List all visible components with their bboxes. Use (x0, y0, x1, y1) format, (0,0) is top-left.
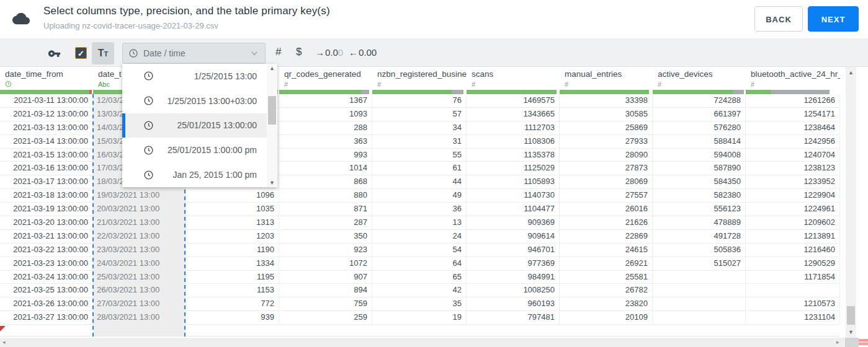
table-cell[interactable]: 759 (279, 297, 372, 310)
table-cell[interactable]: 21626 (560, 216, 653, 229)
table-cell[interactable]: 26/03/2021 13:00 (93, 284, 186, 297)
table-cell[interactable]: 25581 (560, 271, 653, 284)
table-cell[interactable]: 1290529 (746, 257, 840, 270)
table-cell[interactable]: 946701 (467, 244, 560, 257)
table-cell[interactable]: 1209602 (746, 216, 840, 229)
dropdown-scroll-up-icon[interactable]: ▲ (267, 65, 277, 71)
table-cell[interactable]: 36 (372, 203, 467, 216)
table-cell[interactable]: 1072 (279, 257, 372, 270)
scroll-down-icon[interactable]: ▼ (846, 329, 856, 335)
table-cell[interactable]: 2021-03-13 13:00:00 (0, 121, 93, 134)
table-cell[interactable]: 1261266 (746, 94, 840, 107)
table-cell[interactable]: 960193 (467, 297, 560, 310)
dropdown-scrollbar[interactable]: ▲ ▼ (267, 64, 277, 187)
dropdown-option[interactable]: Jan 25, 2015 1:00 pm (122, 162, 267, 187)
table-cell[interactable]: 556123 (653, 203, 746, 216)
table-cell[interactable]: 797481 (467, 311, 560, 324)
table-cell[interactable]: 977369 (467, 257, 560, 270)
table-cell[interactable]: 1190 (186, 244, 279, 257)
table-cell[interactable]: 23/03/2021 13:00 (93, 244, 186, 257)
table-cell[interactable]: 1213891 (746, 230, 840, 243)
table-cell[interactable]: 1125029 (467, 162, 560, 175)
table-cell[interactable]: 363 (279, 135, 372, 148)
table-cell[interactable]: 65 (372, 271, 467, 284)
text-type-button[interactable]: Tt (92, 42, 114, 64)
table-cell[interactable]: 2021-03-18 13:00:00 (0, 189, 93, 202)
table-cell[interactable]: 28090 (560, 149, 653, 162)
table-cell[interactable]: 1140730 (467, 189, 560, 202)
table-cell[interactable]: 26782 (560, 284, 653, 297)
table-cell[interactable]: 2021-03-22 13:00:00 (0, 244, 93, 257)
table-cell[interactable]: 1224961 (746, 203, 840, 216)
column-header-active_devices[interactable]: active_devices# (653, 67, 746, 90)
table-cell[interactable] (653, 284, 746, 297)
table-cell[interactable]: 1108306 (467, 135, 560, 148)
table-cell[interactable]: 25/03/2021 13:00 (93, 271, 186, 284)
dropdown-scroll-down-icon[interactable]: ▼ (267, 180, 277, 186)
table-cell[interactable]: 22869 (560, 230, 653, 243)
scroll-left-icon[interactable]: ◂ (2, 339, 6, 345)
table-cell[interactable]: 1343665 (467, 108, 560, 121)
table-cell[interactable]: 1035 (186, 203, 279, 216)
table-cell[interactable]: 868 (279, 175, 372, 188)
table-cell[interactable]: 24615 (560, 244, 653, 257)
table-cell[interactable]: 515027 (653, 257, 746, 270)
table-cell[interactable]: 61 (372, 162, 467, 175)
table-cell[interactable]: 505836 (653, 244, 746, 257)
table-cell[interactable]: 1367 (279, 94, 372, 107)
column-header-scans[interactable]: scans# (467, 67, 560, 90)
table-cell[interactable]: 2021-03-25 13:00:00 (0, 284, 93, 297)
table-cell[interactable]: 984991 (467, 271, 560, 284)
table-cell[interactable]: 1195 (186, 271, 279, 284)
table-cell[interactable]: 26921 (560, 257, 653, 270)
next-button[interactable]: NEXT (808, 6, 859, 32)
table-cell[interactable]: 587890 (653, 162, 746, 175)
table-cell[interactable]: 871 (279, 203, 372, 216)
table-cell[interactable]: 49 (372, 189, 467, 202)
table-cell[interactable]: 2021-03-19 13:00:00 (0, 203, 93, 216)
table-cell[interactable]: 576280 (653, 121, 746, 134)
table-cell[interactable]: 26016 (560, 203, 653, 216)
primary-key-icon[interactable] (48, 47, 61, 60)
dropdown-option[interactable]: 25/01/2015 1:00:00 pm (122, 138, 267, 162)
table-cell[interactable]: 2021-03-26 13:00:00 (0, 297, 93, 310)
table-cell[interactable]: 2021-03-15 13:00:00 (0, 149, 93, 162)
table-cell[interactable]: 19/03/2021 13:00 (93, 189, 186, 202)
table-cell[interactable]: 21/03/2021 13:00 (93, 216, 186, 229)
table-cell[interactable]: 27873 (560, 162, 653, 175)
dropdown-option[interactable]: 25/01/2015 13:00:00 (122, 113, 267, 138)
decrease-decimal-button[interactable]: ←0.00 (349, 47, 377, 58)
table-cell[interactable]: 259 (279, 311, 372, 324)
table-cell[interactable]: 1231104 (746, 311, 840, 324)
boolean-type-checkbox[interactable]: ✓ (75, 47, 87, 59)
table-cell[interactable]: 588414 (653, 135, 746, 148)
table-cell[interactable]: 594008 (653, 149, 746, 162)
table-cell[interactable]: 2021-03-27 13:00:00 (0, 311, 93, 324)
table-cell[interactable] (746, 284, 840, 297)
table-cell[interactable] (653, 271, 746, 284)
table-cell[interactable]: 2021-03-20 13:00:00 (0, 216, 93, 229)
table-cell[interactable]: 2021-03-16 13:00:00 (0, 162, 93, 175)
table-cell[interactable] (653, 297, 746, 310)
table-cell[interactable]: 27933 (560, 135, 653, 148)
back-button[interactable]: BACK (754, 6, 803, 32)
table-cell[interactable]: 1216460 (746, 244, 840, 257)
table-cell[interactable]: 34 (372, 121, 467, 134)
table-cell[interactable]: 1233952 (746, 175, 840, 188)
table-cell[interactable]: 1254171 (746, 108, 840, 121)
table-cell[interactable]: 1229904 (746, 189, 840, 202)
table-cell[interactable]: 1135378 (467, 149, 560, 162)
table-cell[interactable]: 909614 (467, 230, 560, 243)
table-cell[interactable]: 13 (372, 216, 467, 229)
table-cell[interactable]: 287 (279, 216, 372, 229)
table-cell[interactable]: 923 (279, 244, 372, 257)
scroll-right-icon[interactable]: ▸ (836, 339, 839, 345)
table-cell[interactable]: 2021-03-12 13:00:00 (0, 108, 93, 121)
table-cell[interactable]: 584350 (653, 175, 746, 188)
number-type-button[interactable]: # (275, 46, 281, 58)
table-cell[interactable]: 1014 (279, 162, 372, 175)
table-cell[interactable]: 57 (372, 108, 467, 121)
horizontal-scrollbar[interactable]: ◂ ▸ (0, 338, 845, 347)
table-cell[interactable]: 907 (279, 271, 372, 284)
table-cell[interactable]: 894 (279, 284, 372, 297)
